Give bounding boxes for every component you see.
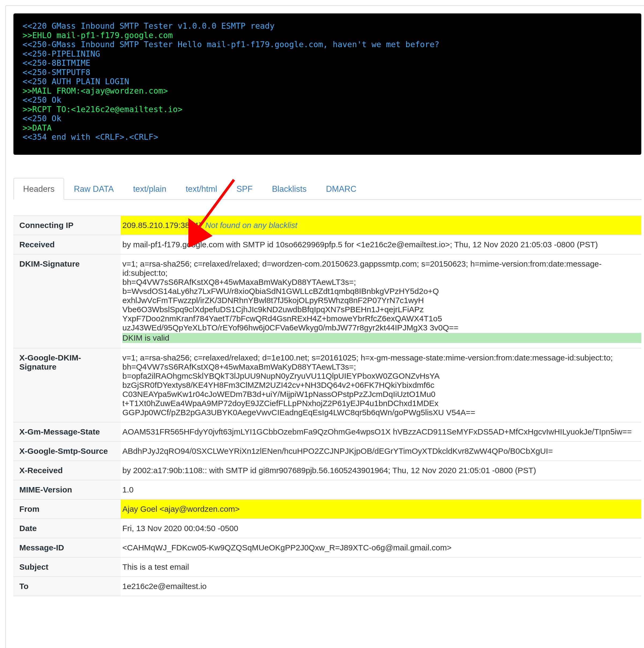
value-subject: This is a test email [121, 558, 641, 576]
label-x-received: X-Received [13, 461, 121, 480]
email-analysis-panel: <<220 GMass Inbound SMTP Tester v1.0.0.0… [5, 5, 644, 648]
terminal-line: >>MAIL FROM:<ajay@wordzen.com> [22, 86, 168, 96]
dkim-l4: exhlJwVcFmTFwzzpl/irZK/3DNRhnYBwl8t7fJ5k… [122, 296, 424, 305]
value-message-id: <CAHMqWJ_FDKcw05-Kw9QZQSqMUeOKgPP2J0Qxw_… [121, 538, 641, 557]
blacklist-status-link[interactable]: Not found on any blacklist [205, 221, 298, 230]
row-dkim-signature: DKIM-Signature v=1; a=rsa-sha256; c=rela… [13, 255, 641, 348]
tab-blacklists[interactable]: Blacklists [262, 178, 316, 200]
value-dkim-signature: v=1; a=rsa-sha256; c=relaxed/relaxed; d=… [121, 255, 641, 348]
dkim-valid-badge: DKIM is valid [122, 333, 641, 343]
label-dkim-signature: DKIM-Signature [13, 255, 121, 348]
dkim-l5: Vbe6O3WbslSpq9clXdpefuDS1CjhJIc9kND2uwdb… [122, 305, 424, 314]
connecting-ip-text: 209.85.210.179:38647 [122, 221, 203, 230]
label-mime-version: MIME-Version [13, 480, 121, 499]
label-x-gm-message-state: X-Gm-Message-State [13, 422, 121, 441]
dkim-l1: v=1; a=rsa-sha256; c=relaxed/relaxed; d=… [122, 259, 602, 277]
label-x-google-smtp-source: X-Google-Smtp-Source [13, 442, 121, 461]
value-mime-version: 1.0 [121, 480, 641, 499]
value-date: Fri, 13 Nov 2020 00:04:50 -0500 [121, 519, 641, 538]
terminal-line: <<354 end with <CRLF>.<CRLF> [22, 132, 158, 142]
terminal-line: <<250-GMass Inbound SMTP Tester Hello ma… [22, 40, 439, 49]
terminal-line: <<250-8BITMIME [22, 58, 90, 68]
value-to: 1e216c2e@emailtest.io [121, 577, 641, 596]
label-subject: Subject [13, 558, 121, 576]
tabs-bar: HeadersRaw DATAtext/plaintext/htmlSPFBla… [13, 177, 641, 200]
dkim-l6: YxpF7Doo2nmKranf784YaetT/7bFcwQRd4GsnREx… [122, 314, 442, 323]
value-x-received: by 2002:a17:90b:1108:: with SMTP id gi8m… [121, 461, 641, 480]
xgdkim-l5: C03NEAYpa5wKw1r04cJoWEDm7B3d+uiY/MijpiW1… [122, 390, 436, 398]
row-x-google-dkim: X-Google-DKIM-Signature v=1; a=rsa-sha25… [13, 348, 641, 422]
terminal-line: >>EHLO mail-pf1-f179.google.com [22, 31, 173, 40]
tab-spf[interactable]: SPF [227, 178, 262, 200]
row-from: From Ajay Goel <ajay@wordzen.com> [13, 500, 641, 519]
value-x-gm-message-state: AOAM531FR565HFdyY0jvft63jmLYI1GCbbOzebmF… [121, 422, 641, 441]
label-received: Received [13, 235, 121, 254]
terminal-line: <<250-PIPELINING [22, 49, 100, 58]
headers-table: Connecting IP 209.85.210.179:38647 Not f… [13, 215, 641, 596]
label-connecting-ip: Connecting IP [13, 216, 121, 235]
xgdkim-l4: bzGjSR0fDYextys8/KE4YH8Fm3ClMZM2UZI42cv+… [122, 381, 435, 389]
label-date: Date [13, 519, 121, 538]
row-received: Received by mail-pf1-f179.google.com wit… [13, 235, 641, 255]
row-connecting-ip: Connecting IP 209.85.210.179:38647 Not f… [13, 216, 641, 235]
terminal-line: <<250 AUTH PLAIN LOGIN [22, 77, 129, 86]
value-connecting-ip: 209.85.210.179:38647 Not found on any bl… [121, 216, 641, 235]
row-date: Date Fri, 13 Nov 2020 00:04:50 -0500 [13, 519, 641, 538]
terminal-line: <<250 Ok [22, 114, 61, 123]
xgdkim-l1: v=1; a=rsa-sha256; c=relaxed/relaxed; d=… [122, 353, 613, 362]
row-mime-version: MIME-Version 1.0 [13, 480, 641, 500]
value-from: Ajay Goel <ajay@wordzen.com> [121, 500, 641, 519]
tab-headers[interactable]: Headers [13, 178, 64, 200]
row-subject: Subject This is a test email [13, 558, 641, 577]
xgdkim-l6: t+T1Xt0hZuwEa4WpaA9MP72doyE9JZCiefFLLpPN… [122, 399, 439, 408]
label-to: To [13, 577, 121, 596]
row-message-id: Message-ID <CAHMqWJ_FDKcw05-Kw9QZQSqMUeO… [13, 538, 641, 558]
label-x-google-dkim: X-Google-DKIM-Signature [13, 348, 121, 422]
row-x-received: X-Received by 2002:a17:90b:1108:: with S… [13, 461, 641, 480]
terminal-line: <<220 GMass Inbound SMTP Tester v1.0.0.0… [22, 21, 275, 31]
terminal-line: <<250 Ok [22, 95, 61, 105]
tab-text-plain[interactable]: text/plain [123, 178, 176, 200]
row-x-gm-message-state: X-Gm-Message-State AOAM531FR565HFdyY0jvf… [13, 422, 641, 442]
tab-dmarc[interactable]: DMARC [316, 178, 366, 200]
dkim-l2: bh=Q4VW7sS6RAfKstXQ8+45wMaxaBmWaKyD88YTA… [122, 278, 356, 286]
row-x-google-smtp-source: X-Google-Smtp-Source ABdhPJyJ2qRO94/0SXC… [13, 442, 641, 461]
value-received: by mail-pf1-f179.google.com with SMTP id… [121, 235, 641, 254]
label-from: From [13, 500, 121, 519]
terminal-line: >>DATA [22, 123, 52, 132]
label-message-id: Message-ID [13, 538, 121, 557]
tab-text-html[interactable]: text/html [176, 178, 227, 200]
dkim-l3: b=WvsdOS14aLy6hz7LxFWU/r8xioQbiaSdN1GWLL… [122, 287, 439, 295]
value-x-google-smtp-source: ABdhPJyJ2qRO94/0SXCLWeYRiXn1zlENen/hcuHP… [121, 442, 641, 461]
value-x-google-dkim: v=1; a=rsa-sha256; c=relaxed/relaxed; d=… [121, 348, 641, 422]
row-to: To 1e216c2e@emailtest.io [13, 577, 641, 596]
xgdkim-l7: GGPJp0WCf/pZB2pGA3UBYK0AegeVwvCIEadngEqE… [122, 408, 475, 417]
tab-raw-data[interactable]: Raw DATA [64, 178, 123, 200]
xgdkim-l3: b=opfa2ilRAOhgmcSklYBQkT3lJpUU9NupN0yZry… [122, 372, 440, 380]
terminal-line: >>RCPT TO:<1e216c2e@emailtest.io> [22, 105, 183, 114]
xgdkim-l2: bh=Q4VW7sS6RAfKstXQ8+45wMaxaBmWaKyD88YTA… [122, 362, 356, 371]
terminal-line: <<250-SMTPUTF8 [22, 68, 90, 77]
dkim-l7: uzJ43WEd/95QpYeXLbTO/rEYof96hw6j0CFVa6eW… [122, 323, 458, 332]
smtp-terminal: <<220 GMass Inbound SMTP Tester v1.0.0.0… [13, 13, 641, 155]
